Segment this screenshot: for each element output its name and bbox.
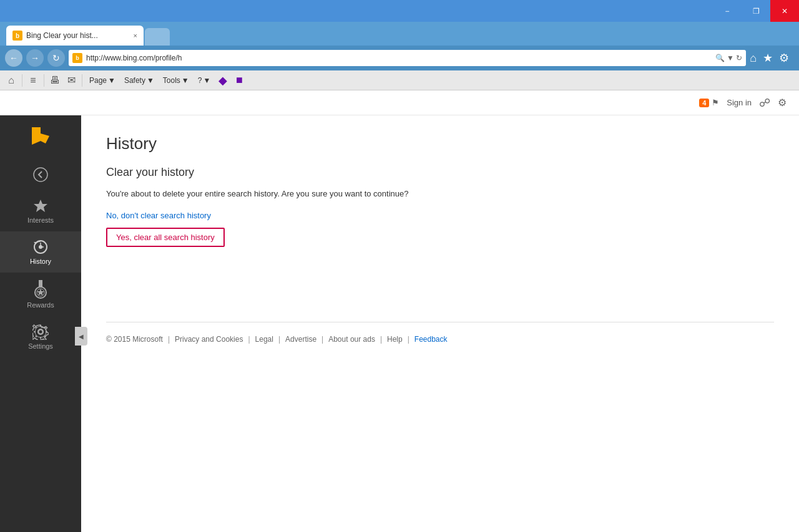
svg-marker-2	[34, 200, 47, 212]
page-header: 4 ⚑ Sign in ☍ ⚙	[0, 90, 799, 115]
tab-title: Bing Clear your hist...	[26, 31, 98, 40]
user-icon[interactable]: ☍	[759, 96, 770, 110]
copyright: © 2015 Microsoft	[106, 335, 163, 344]
address-favicon: b	[72, 53, 82, 63]
titlebar: − ❐ ✕	[0, 0, 799, 22]
home-toolbar-button[interactable]: ⌂	[4, 73, 19, 88]
browser-toolbar: ⌂ ≡ 🖶 ✉ Page ▼ Safety ▼ Tools ▼ ? ▼ ◆ ■	[0, 70, 799, 90]
settings-label: Settings	[28, 342, 53, 350]
sidebar-item-history[interactable]: History	[0, 231, 81, 273]
help-dropdown-icon: ▼	[203, 76, 210, 85]
history-icon	[32, 239, 49, 255]
privacy-link[interactable]: Privacy and Cookies	[175, 335, 243, 344]
interests-icon	[32, 198, 49, 214]
addon-icon-1[interactable]: ◆	[215, 73, 230, 88]
tab-favicon: b	[12, 31, 22, 41]
toolbar-divider-1	[22, 74, 22, 87]
tabbar: b Bing Clear your hist... ×	[0, 22, 799, 46]
bing-logo-svg	[27, 123, 54, 151]
footer: © 2015 Microsoft | Privacy and Cookies |…	[106, 322, 774, 350]
address-text: http://www.bing.com/profile/h	[86, 54, 712, 62]
tab-close-button[interactable]: ×	[134, 32, 137, 39]
refresh-button[interactable]: ↻	[47, 49, 65, 67]
print-button[interactable]: 🖶	[47, 73, 62, 88]
rewards-label: Rewards	[27, 301, 54, 309]
history-label: History	[30, 258, 51, 265]
section-title: Clear your history	[106, 166, 774, 179]
feeds-button[interactable]: ≡	[26, 73, 41, 88]
header-settings-icon[interactable]: ⚙	[778, 97, 787, 109]
svg-rect-16	[40, 325, 41, 327]
favorites-icon[interactable]: ★	[763, 51, 773, 65]
restore-button[interactable]: ❐	[742, 0, 770, 22]
settings-icon[interactable]: ⚙	[779, 51, 789, 65]
bing-logo[interactable]	[25, 122, 56, 153]
footer-sep-1: |	[168, 335, 170, 344]
new-tab-area[interactable]	[145, 28, 170, 46]
address-search-icon[interactable]: 🔍 ▼ ↻	[715, 54, 743, 62]
footer-sep-4: |	[321, 335, 323, 344]
sidebar-item-interests[interactable]: Interests	[0, 190, 81, 231]
sidebar-item-back[interactable]	[0, 159, 81, 190]
svg-marker-0	[32, 127, 49, 145]
description-text: You're about to delete your entire searc…	[106, 189, 774, 198]
footer-sep-5: |	[380, 335, 382, 344]
no-clear-link[interactable]: No, don't clear search history	[106, 211, 774, 220]
advertise-link[interactable]: Advertise	[285, 335, 316, 344]
tools-menu[interactable]: Tools ▼	[159, 73, 193, 88]
addon-icon-2[interactable]: ■	[232, 73, 247, 88]
forward-button[interactable]: →	[26, 49, 44, 67]
notification-count: 4	[699, 99, 709, 107]
page-menu[interactable]: Page ▼	[86, 73, 119, 88]
email-button[interactable]: ✉	[64, 73, 79, 88]
rewards-icon	[32, 280, 49, 299]
help-link[interactable]: Help	[387, 335, 403, 344]
safety-dropdown-icon: ▼	[147, 76, 154, 85]
toolbar-divider-2	[44, 74, 44, 87]
sidebar-item-rewards[interactable]: Rewards	[0, 273, 81, 316]
back-icon	[32, 167, 49, 183]
minimize-button[interactable]: −	[713, 0, 742, 22]
svg-rect-19	[46, 331, 47, 332]
notification-icon: ⚑	[712, 98, 719, 107]
window-controls[interactable]: − ❐ ✕	[713, 0, 799, 22]
svg-rect-17	[40, 337, 41, 339]
svg-point-15	[39, 330, 43, 334]
notification-badge[interactable]: 4 ⚑	[699, 98, 719, 107]
active-tab[interactable]: b Bing Clear your hist... ×	[6, 26, 144, 46]
about-ads-link[interactable]: About our ads	[328, 335, 375, 344]
back-button[interactable]: ←	[5, 49, 22, 67]
address-box[interactable]: b http://www.bing.com/profile/h 🔍 ▼ ↻	[69, 50, 746, 66]
home-icon[interactable]: ⌂	[750, 52, 757, 65]
browser-right-icons: ⌂ ★ ⚙	[750, 51, 794, 65]
feedback-link[interactable]: Feedback	[414, 335, 448, 344]
svg-point-1	[34, 168, 47, 181]
sidebar-item-settings[interactable]: Settings	[0, 316, 81, 357]
sign-in-link[interactable]: Sign in	[727, 98, 752, 107]
close-button[interactable]: ✕	[770, 0, 799, 22]
yes-clear-button[interactable]: Yes, clear all search history	[106, 228, 225, 247]
interests-label: Interests	[27, 216, 54, 224]
sidebar-collapse-handle[interactable]: ◀	[75, 327, 87, 346]
main-content: History Clear your history You're about …	[81, 115, 799, 532]
tools-dropdown-icon: ▼	[182, 76, 189, 85]
toolbar-divider-3	[82, 74, 82, 87]
sidebar: Interests History	[0, 115, 81, 532]
footer-sep-2: |	[248, 335, 250, 344]
footer-sep-6: |	[408, 335, 409, 344]
footer-sep-3: |	[278, 335, 280, 344]
addressbar: ← → ↻ b http://www.bing.com/profile/h 🔍 …	[0, 46, 799, 70]
settings-icon	[32, 324, 49, 340]
svg-rect-18	[34, 331, 36, 332]
help-menu[interactable]: ? ▼	[194, 73, 215, 88]
page-dropdown-icon: ▼	[108, 76, 115, 85]
page-title: History	[106, 134, 774, 153]
safety-menu[interactable]: Safety ▼	[120, 73, 158, 88]
legal-link[interactable]: Legal	[255, 335, 273, 344]
app-layout: Interests History	[0, 115, 799, 532]
